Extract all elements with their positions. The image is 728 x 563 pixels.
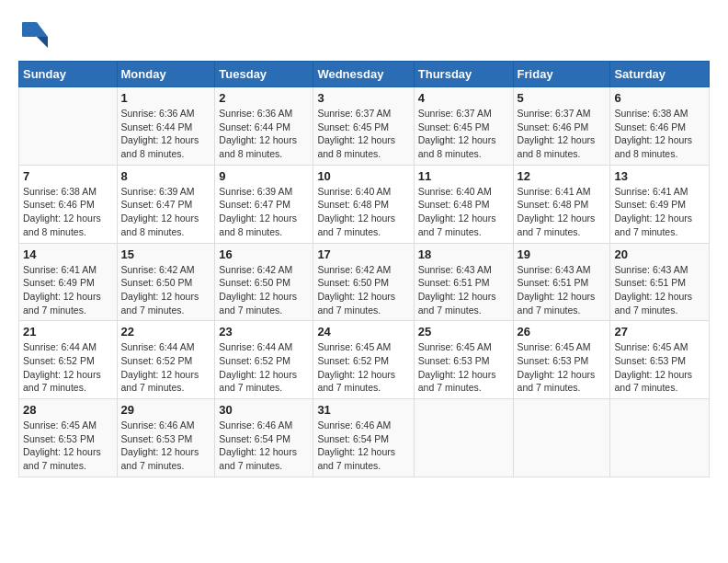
day-cell: 29Sunrise: 6:46 AM Sunset: 6:53 PM Dayli… bbox=[117, 399, 215, 477]
day-cell: 3Sunrise: 6:37 AM Sunset: 6:45 PM Daylig… bbox=[313, 87, 414, 166]
day-number: 4 bbox=[418, 91, 509, 105]
header-cell-monday: Monday bbox=[117, 62, 215, 87]
day-cell: 30Sunrise: 6:46 AM Sunset: 6:54 PM Dayli… bbox=[215, 399, 313, 477]
svg-marker-0 bbox=[37, 22, 48, 37]
day-cell: 11Sunrise: 6:40 AM Sunset: 6:48 PM Dayli… bbox=[414, 165, 513, 243]
day-number: 30 bbox=[219, 403, 309, 417]
day-number: 24 bbox=[317, 325, 409, 339]
day-info: Sunrise: 6:40 AM Sunset: 6:48 PM Dayligh… bbox=[418, 185, 509, 239]
day-cell: 6Sunrise: 6:38 AM Sunset: 6:46 PM Daylig… bbox=[610, 87, 710, 166]
day-cell: 22Sunrise: 6:44 AM Sunset: 6:52 PM Dayli… bbox=[117, 321, 215, 399]
calendar-body: 1Sunrise: 6:36 AM Sunset: 6:44 PM Daylig… bbox=[19, 87, 710, 477]
header-cell-tuesday: Tuesday bbox=[215, 62, 313, 87]
day-cell: 5Sunrise: 6:37 AM Sunset: 6:46 PM Daylig… bbox=[513, 87, 610, 166]
week-row: 21Sunrise: 6:44 AM Sunset: 6:52 PM Dayli… bbox=[19, 321, 710, 399]
page-header bbox=[18, 18, 710, 52]
day-cell: 10Sunrise: 6:40 AM Sunset: 6:48 PM Dayli… bbox=[313, 165, 414, 243]
day-number: 2 bbox=[219, 91, 309, 105]
day-number: 16 bbox=[219, 247, 309, 261]
day-cell: 17Sunrise: 6:42 AM Sunset: 6:50 PM Dayli… bbox=[313, 243, 414, 321]
logo-icon bbox=[18, 18, 51, 52]
day-info: Sunrise: 6:42 AM Sunset: 6:50 PM Dayligh… bbox=[219, 263, 309, 317]
day-info: Sunrise: 6:46 AM Sunset: 6:53 PM Dayligh… bbox=[121, 419, 211, 473]
header-cell-thursday: Thursday bbox=[414, 62, 513, 87]
day-info: Sunrise: 6:44 AM Sunset: 6:52 PM Dayligh… bbox=[121, 340, 211, 395]
day-info: Sunrise: 6:45 AM Sunset: 6:53 PM Dayligh… bbox=[418, 340, 509, 395]
day-cell: 27Sunrise: 6:45 AM Sunset: 6:53 PM Dayli… bbox=[610, 321, 710, 399]
day-number: 31 bbox=[317, 403, 409, 417]
day-info: Sunrise: 6:43 AM Sunset: 6:51 PM Dayligh… bbox=[614, 263, 705, 317]
day-number: 22 bbox=[121, 325, 211, 339]
day-info: Sunrise: 6:37 AM Sunset: 6:45 PM Dayligh… bbox=[317, 107, 409, 161]
day-number: 25 bbox=[418, 325, 509, 339]
week-row: 7Sunrise: 6:38 AM Sunset: 6:46 PM Daylig… bbox=[19, 165, 710, 243]
day-info: Sunrise: 6:46 AM Sunset: 6:54 PM Dayligh… bbox=[219, 419, 309, 473]
day-number: 8 bbox=[121, 169, 211, 183]
day-cell: 26Sunrise: 6:45 AM Sunset: 6:53 PM Dayli… bbox=[513, 321, 610, 399]
week-row: 1Sunrise: 6:36 AM Sunset: 6:44 PM Daylig… bbox=[19, 87, 710, 166]
day-number: 15 bbox=[121, 247, 211, 261]
day-number: 6 bbox=[614, 91, 705, 105]
day-cell: 4Sunrise: 6:37 AM Sunset: 6:45 PM Daylig… bbox=[414, 87, 513, 166]
day-number: 17 bbox=[317, 247, 409, 261]
day-info: Sunrise: 6:44 AM Sunset: 6:52 PM Dayligh… bbox=[23, 340, 113, 395]
day-number: 14 bbox=[23, 247, 113, 261]
day-number: 11 bbox=[418, 169, 509, 183]
calendar-header: SundayMondayTuesdayWednesdayThursdayFrid… bbox=[19, 62, 710, 87]
day-info: Sunrise: 6:40 AM Sunset: 6:48 PM Dayligh… bbox=[317, 185, 409, 239]
day-number: 7 bbox=[23, 169, 113, 183]
day-info: Sunrise: 6:41 AM Sunset: 6:49 PM Dayligh… bbox=[23, 263, 113, 317]
day-info: Sunrise: 6:41 AM Sunset: 6:49 PM Dayligh… bbox=[614, 185, 705, 239]
day-cell: 2Sunrise: 6:36 AM Sunset: 6:44 PM Daylig… bbox=[215, 87, 313, 166]
day-cell: 28Sunrise: 6:45 AM Sunset: 6:53 PM Dayli… bbox=[19, 399, 118, 477]
day-number: 5 bbox=[518, 91, 607, 105]
day-number: 20 bbox=[614, 247, 705, 261]
day-info: Sunrise: 6:45 AM Sunset: 6:53 PM Dayligh… bbox=[518, 340, 607, 395]
day-number: 12 bbox=[518, 169, 607, 183]
day-cell: 14Sunrise: 6:41 AM Sunset: 6:49 PM Dayli… bbox=[19, 243, 118, 321]
day-info: Sunrise: 6:41 AM Sunset: 6:48 PM Dayligh… bbox=[518, 185, 607, 239]
day-number: 9 bbox=[219, 169, 309, 183]
calendar-table: SundayMondayTuesdayWednesdayThursdayFrid… bbox=[18, 61, 710, 477]
day-info: Sunrise: 6:37 AM Sunset: 6:45 PM Dayligh… bbox=[418, 107, 509, 161]
day-number: 18 bbox=[418, 247, 509, 261]
day-info: Sunrise: 6:42 AM Sunset: 6:50 PM Dayligh… bbox=[121, 263, 211, 317]
day-cell bbox=[610, 399, 710, 477]
day-info: Sunrise: 6:37 AM Sunset: 6:46 PM Dayligh… bbox=[518, 107, 607, 161]
day-info: Sunrise: 6:38 AM Sunset: 6:46 PM Dayligh… bbox=[23, 185, 113, 239]
header-cell-sunday: Sunday bbox=[19, 62, 118, 87]
day-number: 27 bbox=[614, 325, 705, 339]
day-cell: 7Sunrise: 6:38 AM Sunset: 6:46 PM Daylig… bbox=[19, 165, 118, 243]
day-info: Sunrise: 6:44 AM Sunset: 6:52 PM Dayligh… bbox=[219, 340, 309, 395]
week-row: 28Sunrise: 6:45 AM Sunset: 6:53 PM Dayli… bbox=[19, 399, 710, 477]
day-cell: 13Sunrise: 6:41 AM Sunset: 6:49 PM Dayli… bbox=[610, 165, 710, 243]
day-cell: 21Sunrise: 6:44 AM Sunset: 6:52 PM Dayli… bbox=[19, 321, 118, 399]
header-cell-friday: Friday bbox=[513, 62, 610, 87]
day-number: 10 bbox=[317, 169, 409, 183]
day-cell: 19Sunrise: 6:43 AM Sunset: 6:51 PM Dayli… bbox=[513, 243, 610, 321]
header-cell-saturday: Saturday bbox=[610, 62, 710, 87]
day-info: Sunrise: 6:38 AM Sunset: 6:46 PM Dayligh… bbox=[614, 107, 705, 161]
day-number: 23 bbox=[219, 325, 309, 339]
day-info: Sunrise: 6:36 AM Sunset: 6:44 PM Dayligh… bbox=[121, 107, 211, 161]
header-row: SundayMondayTuesdayWednesdayThursdayFrid… bbox=[19, 62, 710, 87]
day-cell: 31Sunrise: 6:46 AM Sunset: 6:54 PM Dayli… bbox=[313, 399, 414, 477]
day-info: Sunrise: 6:45 AM Sunset: 6:53 PM Dayligh… bbox=[614, 340, 705, 395]
day-cell: 15Sunrise: 6:42 AM Sunset: 6:50 PM Dayli… bbox=[117, 243, 215, 321]
day-cell: 23Sunrise: 6:44 AM Sunset: 6:52 PM Dayli… bbox=[215, 321, 313, 399]
day-cell: 20Sunrise: 6:43 AM Sunset: 6:51 PM Dayli… bbox=[610, 243, 710, 321]
day-info: Sunrise: 6:43 AM Sunset: 6:51 PM Dayligh… bbox=[518, 263, 607, 317]
day-number: 13 bbox=[614, 169, 705, 183]
day-number: 3 bbox=[317, 91, 409, 105]
day-number: 26 bbox=[518, 325, 607, 339]
day-cell: 18Sunrise: 6:43 AM Sunset: 6:51 PM Dayli… bbox=[414, 243, 513, 321]
day-number: 21 bbox=[23, 325, 113, 339]
logo bbox=[18, 18, 55, 52]
day-cell: 25Sunrise: 6:45 AM Sunset: 6:53 PM Dayli… bbox=[414, 321, 513, 399]
day-number: 19 bbox=[518, 247, 607, 261]
day-info: Sunrise: 6:39 AM Sunset: 6:47 PM Dayligh… bbox=[121, 185, 211, 239]
day-info: Sunrise: 6:43 AM Sunset: 6:51 PM Dayligh… bbox=[418, 263, 509, 317]
day-number: 28 bbox=[23, 403, 113, 417]
day-info: Sunrise: 6:39 AM Sunset: 6:47 PM Dayligh… bbox=[219, 185, 309, 239]
day-cell: 8Sunrise: 6:39 AM Sunset: 6:47 PM Daylig… bbox=[117, 165, 215, 243]
